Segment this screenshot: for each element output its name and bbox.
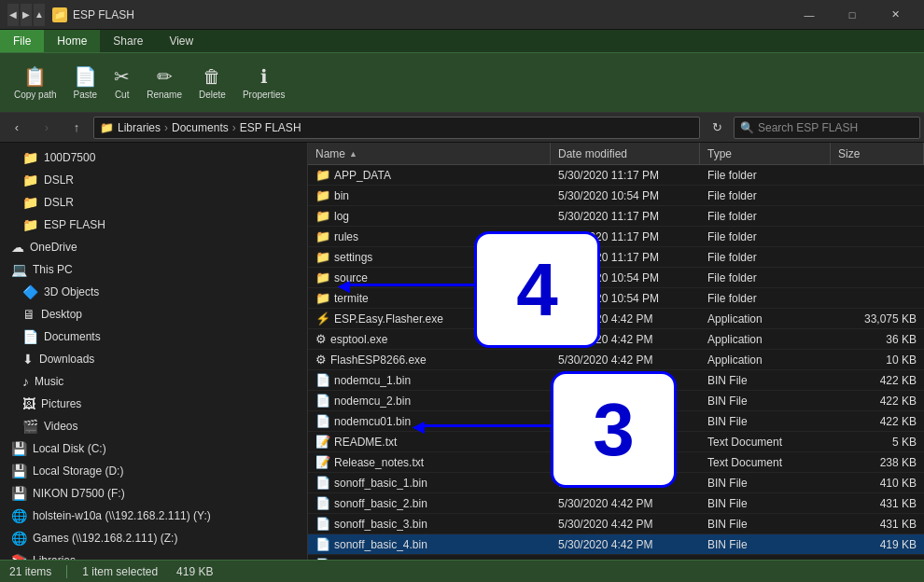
file-type-cell: File folder [700, 288, 831, 308]
forward-button[interactable]: › [34, 117, 60, 139]
file-name: source [334, 271, 368, 284]
sidebar-item-dslr2[interactable]: 📁DSLR [0, 191, 307, 214]
up-button[interactable]: ↑ [63, 117, 90, 139]
file-row[interactable]: ⚙ FlashESP8266.exe 5/30/2020 4:42 PM App… [308, 350, 924, 370]
tab-share[interactable]: Share [100, 30, 156, 52]
sidebar-item-3dobjects[interactable]: 🔷3D Objects [0, 281, 307, 303]
back-button[interactable]: ‹ [4, 117, 30, 139]
window-controls[interactable]: — □ ✕ [788, 0, 917, 30]
file-date-cell: 5/15/2020 4:42 PM [551, 432, 700, 451]
file-row[interactable]: 📄 sonoff_basic_4.bin 5/30/2020 4:42 PM B… [308, 534, 924, 555]
title-bar-up-btn[interactable]: ▲ [34, 4, 45, 26]
file-row[interactable]: ⚡ ESP.Easy.Flasher.exe 5/30/2020 4:42 PM… [308, 309, 924, 329]
file-row[interactable]: 📄 sonoff_basic_3.bin 5/30/2020 4:42 PM B… [308, 514, 924, 534]
status-separator-1 [66, 565, 67, 578]
file-row[interactable]: 📁 termite 5/30/2020 10:54 PM File folder [308, 288, 924, 309]
sidebar-item-games[interactable]: 🌐Games (\\192.168.2.111) (Z:) [0, 527, 307, 549]
tab-view[interactable]: View [156, 30, 206, 52]
address-box[interactable]: 📁 Libraries › Documents › ESP FLASH [93, 117, 700, 139]
close-button[interactable]: ✕ [874, 0, 917, 30]
sidebar-item-pictures[interactable]: 🖼Pictures [0, 393, 307, 415]
file-row[interactable]: 📁 settings 5/30/2020 11:17 PM File folde… [308, 247, 924, 268]
tab-home[interactable]: Home [44, 30, 100, 52]
file-row[interactable]: 📄 nodemcu_1.bin 5/30/2020 1:00 PM BIN Fi… [308, 370, 924, 391]
file-row[interactable]: 📁 APP_DATA 5/30/2020 11:17 PM File folde… [308, 165, 924, 186]
sidebar-item-holstein[interactable]: 🌐holstein-w10a (\\192.168.2.111) (Y:) [0, 505, 307, 527]
file-name: sonoff_basic_1.bin [334, 477, 427, 490]
refresh-button[interactable]: ↻ [704, 117, 730, 139]
file-icon: 📝 [315, 435, 330, 449]
ribbon-properties-label: Properties [243, 90, 286, 100]
title-bar-forward-btn[interactable]: ▶ [21, 4, 32, 26]
sidebar-item-thispc[interactable]: 💻This PC [0, 258, 307, 281]
copy-icon: 📋 [23, 65, 47, 88]
file-row[interactable]: 📄 sonoff_basic_2.bin 5/30/2020 4:42 PM B… [308, 493, 924, 514]
col-header-name[interactable]: Name ▲ [308, 143, 551, 164]
search-box[interactable]: 🔍 Search ESP FLASH [734, 117, 920, 139]
file-icon: 📄 [315, 414, 330, 428]
file-name: README.txt [334, 436, 397, 449]
sidebar-item-music[interactable]: ♪Music [0, 370, 307, 393]
ribbon-cut-label: Cut [115, 90, 130, 100]
file-row[interactable]: 📄 nodemcu01.bin 5/30/2020 5:22 PM BIN Fi… [308, 411, 924, 432]
title-bar-title: ESP FLASH [73, 8, 134, 21]
file-icon: 📁 [315, 291, 330, 305]
sidebar-item-dslr1[interactable]: 📁DSLR [0, 169, 307, 191]
file-size-cell [831, 288, 924, 308]
file-row[interactable]: 📄 sonoff_basic_1.bin 5/30/2020 4:42 PM B… [308, 473, 924, 493]
file-row[interactable]: 📁 rules 5/30/2020 11:17 PM File folder [308, 227, 924, 247]
sidebar-item-localstoraged[interactable]: 💾Local Storage (D:) [0, 460, 307, 482]
sidebar-item-downloads[interactable]: ⬇Downloads [0, 348, 307, 370]
file-name: esptool.exe [330, 333, 387, 346]
ribbon-rename-btn[interactable]: ✏ Rename [140, 59, 189, 107]
ribbon-copy-btn[interactable]: 📋 Copy path [7, 59, 63, 107]
ribbon-delete-btn[interactable]: 🗑 Delete [192, 59, 232, 107]
file-row[interactable]: 📁 log 5/30/2020 11:17 PM File folder [308, 206, 924, 227]
ribbon-properties-btn[interactable]: ℹ Properties [236, 59, 292, 107]
title-bar-icon: 📁 [52, 7, 67, 22]
sidebar-label-dslr2: DSLR [44, 196, 74, 209]
file-row[interactable]: ⚙ esptool.exe 5/30/2020 4:42 PM Applicat… [308, 329, 924, 350]
address-part-libraries[interactable]: Libraries [118, 121, 161, 134]
file-size-cell [831, 268, 924, 287]
col-header-size[interactable]: Size [831, 143, 924, 164]
col-header-date[interactable]: Date modified [551, 143, 700, 164]
file-name-cell: 📄 nodemcu_1.bin [308, 370, 551, 390]
title-bar-controls[interactable]: ◀ ▶ ▲ [7, 4, 45, 26]
file-type-cell: Application [700, 309, 831, 328]
file-icon: 📄 [315, 517, 330, 531]
col-size-label: Size [838, 147, 860, 160]
file-date-cell: 5/30/2020 4:42 PM [551, 350, 700, 369]
address-part-documents[interactable]: Documents [172, 121, 229, 134]
ribbon-cut-btn[interactable]: ✂ Cut [107, 59, 136, 107]
file-row[interactable]: 📁 source 5/30/2020 10:54 PM File folder [308, 268, 924, 288]
sidebar-item-nikond7500f[interactable]: 💾NIKON D7500 (F:) [0, 482, 307, 505]
minimize-button[interactable]: — [788, 0, 831, 30]
ribbon-paste-btn[interactable]: 📄 Paste [67, 59, 105, 107]
file-row[interactable]: 📝 README.txt 5/15/2020 4:42 PM Text Docu… [308, 432, 924, 452]
sidebar-item-espflash[interactable]: 📁ESP FLASH [0, 214, 307, 236]
maximize-button[interactable]: □ [831, 0, 874, 30]
sidebar-item-onedrive[interactable]: ☁OneDrive [0, 236, 307, 258]
file-icon: ⚙ [315, 332, 327, 346]
sidebar-label-onedrive: OneDrive [30, 241, 77, 254]
col-header-type[interactable]: Type [700, 143, 831, 164]
sidebar-item-localdiskc[interactable]: 💾Local Disk (C:) [0, 437, 307, 460]
sidebar-item-desktop[interactable]: 🖥Desktop [0, 303, 307, 326]
main-area: 📁100D7500📁DSLR📁DSLR📁ESP FLASH☁OneDrive💻T… [0, 143, 924, 561]
file-row[interactable]: 📄 nodemcu_2.bin 5/30/2020 7:04 PM BIN Fi… [308, 391, 924, 411]
file-row[interactable]: 📁 bin 5/30/2020 10:54 PM File folder [308, 186, 924, 206]
address-sep-1: › [164, 121, 168, 134]
status-bar: 21 items 1 item selected 419 KB [0, 560, 924, 582]
sidebar-item-100d7500[interactable]: 📁100D7500 [0, 146, 307, 169]
sidebar-item-videos[interactable]: 🎬Videos [0, 415, 307, 437]
tab-file[interactable]: File [0, 30, 44, 52]
title-bar-back-btn[interactable]: ◀ [7, 4, 19, 26]
file-icon: ⚙ [315, 353, 327, 367]
sidebar-item-documents[interactable]: 📄Documents [0, 326, 307, 348]
address-part-espflash[interactable]: ESP FLASH [240, 121, 301, 134]
file-type-cell: BIN File [700, 391, 831, 410]
sidebar-label-dslr1: DSLR [44, 173, 74, 187]
file-size-cell: 422 KB [831, 411, 924, 431]
file-row[interactable]: 📝 Release_notes.txt 5/30/2020 4:42 PM Te… [308, 452, 924, 473]
